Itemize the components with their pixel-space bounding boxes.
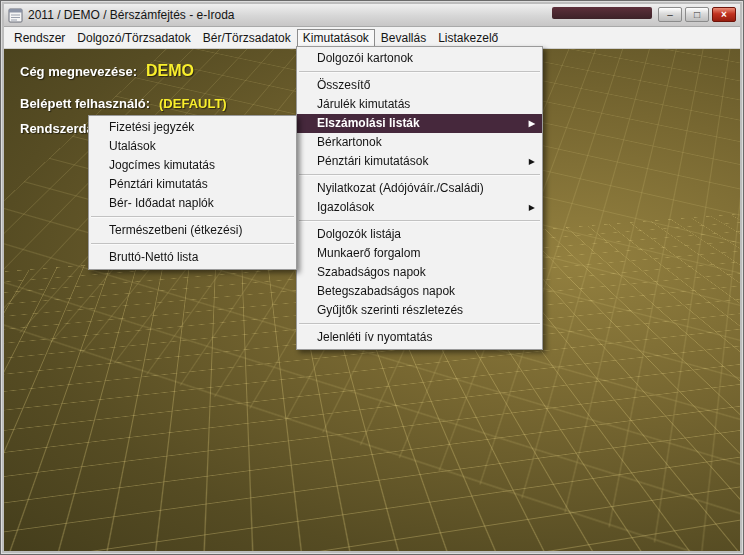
menu-separator (91, 243, 294, 245)
company-label: Cég megnevezése: (20, 64, 137, 79)
close-button[interactable]: × (712, 7, 736, 22)
menubar-item-bevallas[interactable]: Bevallás (375, 29, 432, 47)
window-title: 2011 / DEMO / Bérszámfejtés - e-Iroda (28, 8, 235, 22)
menu-item-szabadsagos-napok[interactable]: Szabadságos napok (297, 263, 542, 282)
window-controls: – □ × (658, 7, 736, 22)
menu-separator (299, 174, 540, 176)
user-value: (DEFAULT) (159, 96, 227, 111)
company-line: Cég megnevezése:DEMO (20, 62, 194, 80)
submenu-item-brutto-netto-lista[interactable]: Bruttó-Nettó lista (89, 248, 296, 267)
submenu-item-utalasok[interactable]: Utalások (89, 137, 296, 156)
menu-item-dolgozok-listaja[interactable]: Dolgozók listája (297, 225, 542, 244)
menu-item-osszesito[interactable]: Összesítő (297, 76, 542, 95)
menu-item-betegszabadsagos-napok[interactable]: Betegszabadságos napok (297, 282, 542, 301)
menu-separator (299, 323, 540, 325)
menu-item-elszamolasi-listak[interactable]: Elszámolási listák ▶ (297, 114, 542, 133)
reports-menu: Dolgozói kartonok Összesítő Járulék kimu… (296, 46, 543, 350)
menubar-item-dolgozo-torzsadatok[interactable]: Dolgozó/Törzsadatok (71, 29, 196, 47)
settlement-submenu: Fizetési jegyzék Utalások Jogcímes kimut… (88, 115, 297, 270)
menu-item-berkartonok[interactable]: Bérkartonok (297, 133, 542, 152)
menubar-item-listakezelo[interactable]: Listakezelő (432, 29, 504, 47)
user-label: Belépett felhasználó: (20, 96, 150, 111)
menu-item-igazolasok[interactable]: Igazolások ▶ (297, 198, 542, 217)
menu-item-penztari-kimutatasok[interactable]: Pénztári kimutatások ▶ (297, 152, 542, 171)
user-line: Belépett felhasználó:(DEFAULT) (20, 96, 227, 111)
menu-separator (299, 71, 540, 73)
titlebar-artifact (552, 7, 652, 19)
submenu-arrow-icon: ▶ (529, 198, 535, 217)
maximize-button[interactable]: □ (685, 7, 709, 22)
system-date-label: Rendszerda (20, 121, 94, 136)
minimize-button[interactable]: – (658, 7, 682, 22)
menu-item-dolgozoi-kartonok[interactable]: Dolgozói kartonok (297, 49, 542, 68)
submenu-item-ber-idoadat-naplok[interactable]: Bér- Időadat naplók (89, 194, 296, 213)
submenu-item-fizetesi-jegyzek[interactable]: Fizetési jegyzék (89, 118, 296, 137)
menu-item-jelenleti-iv-nyomtatas[interactable]: Jelenléti ív nyomtatás (297, 328, 542, 347)
submenu-item-penztari-kimutatas[interactable]: Pénztári kimutatás (89, 175, 296, 194)
submenu-item-termeszetbeni-etkezesi[interactable]: Természetbeni (étkezési) (89, 221, 296, 240)
menubar-item-kimutatasok[interactable]: Kimutatások (297, 29, 375, 47)
menu-separator (299, 220, 540, 222)
menu-item-jarulek-kimutatas[interactable]: Járulék kimutatás (297, 95, 542, 114)
submenu-arrow-icon: ▶ (529, 152, 535, 171)
submenu-item-jogcimes-kimutatas[interactable]: Jogcímes kimutatás (89, 156, 296, 175)
app-icon[interactable] (8, 8, 23, 23)
menubar-item-rendszer[interactable]: Rendszer (8, 29, 71, 47)
submenu-arrow-icon: ▶ (529, 114, 535, 133)
company-value: DEMO (146, 62, 194, 79)
menu-item-munkaero-forgalom[interactable]: Munkaerő forgalom (297, 244, 542, 263)
menubar-item-ber-torzsadatok[interactable]: Bér/Törzsadatok (197, 29, 297, 47)
menu-separator (91, 216, 294, 218)
titlebar[interactable]: 2011 / DEMO / Bérszámfejtés - e-Iroda – … (4, 4, 740, 27)
menu-item-nyilatkozat[interactable]: Nyilatkozat (Adójóváír./Családi) (297, 179, 542, 198)
menu-item-gyujtok-szerinti-reszletezes[interactable]: Gyűjtők szerinti részletezés (297, 301, 542, 320)
